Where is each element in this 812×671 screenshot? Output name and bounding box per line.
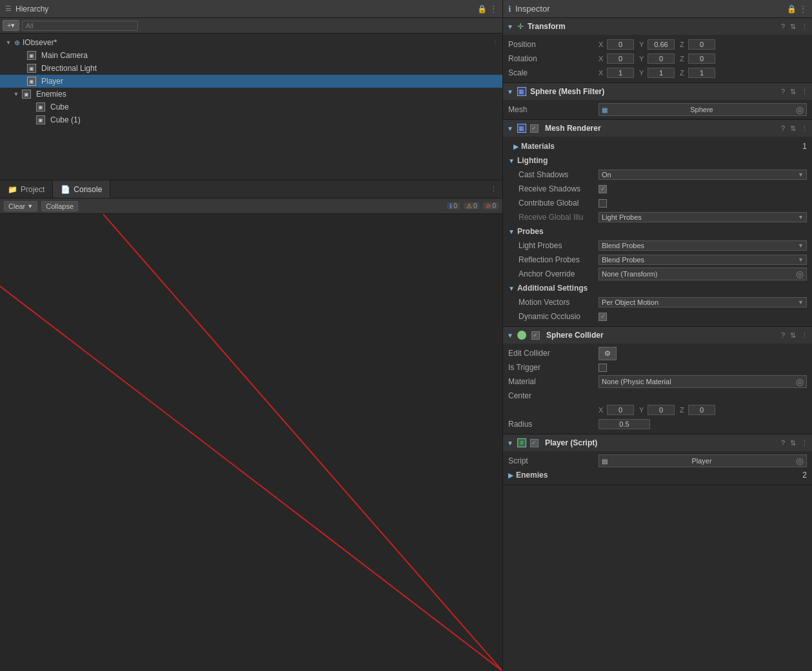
info-count: 0 [453, 202, 457, 209]
light-probes-label: Light Probes [508, 241, 599, 250]
collapse-button[interactable]: Collapse [41, 201, 78, 211]
tab-console[interactable]: 📄 Console [53, 180, 110, 198]
receive-global-value: Light Probes [602, 213, 642, 221]
hierarchy-lock-icon[interactable]: 🔒 [477, 5, 487, 14]
player-script-more-icon[interactable]: ⋮ [801, 439, 808, 447]
camera-cube-icon: ▣ [27, 51, 36, 60]
center-x-input[interactable] [607, 405, 634, 415]
dynamic-occlusion-checkbox[interactable] [599, 313, 607, 321]
additional-settings-section: ▼ Additional Settings [503, 281, 812, 295]
mesh-renderer-more-icon[interactable]: ⋮ [801, 124, 808, 133]
pos-y-label: Y [639, 41, 646, 48]
materials-section[interactable]: ▶ Materials [508, 139, 802, 153]
mesh-renderer-title: Mesh Renderer [545, 124, 601, 133]
inspector-scroll[interactable]: ▼ ✛ Transform ? ⇅ ⋮ Position [503, 18, 812, 671]
transform-header[interactable]: ▼ ✛ Transform ? ⇅ ⋮ [503, 18, 812, 35]
mesh-renderer-header[interactable]: ▼ ▦ Mesh Renderer ? ⇅ ⋮ [503, 120, 812, 137]
motion-vectors-dropdown[interactable]: Per Object Motion ▼ [599, 297, 807, 307]
player-script-header[interactable]: ▼ # Player (Script) ? ⇅ ⋮ [503, 434, 812, 451]
pos-x-label: X [599, 41, 605, 48]
rotation-y-input[interactable] [648, 53, 675, 64]
sphere-collider-settings-icon[interactable]: ⇅ [790, 331, 796, 340]
mesh-filter-help-icon[interactable]: ? [781, 88, 785, 95]
radius-input[interactable] [599, 419, 650, 429]
anchor-override-dropdown[interactable]: None (Transform) ◎ [599, 267, 807, 280]
mesh-filter-header[interactable]: ▼ ▦ Sphere (Mesh Filter) ? ⇅ ⋮ [503, 83, 812, 100]
hierarchy-item-cube1[interactable]: ▣ Cube (1) [0, 113, 502, 126]
hierarchy-root-item[interactable]: ▼ ⊕ IObsever* ⋮ [0, 36, 502, 49]
rotation-z-input[interactable] [688, 53, 715, 64]
tab-project[interactable]: 📁 Project [0, 180, 53, 198]
center-z-label: Z [680, 406, 686, 414]
script-target[interactable]: ◎ [796, 456, 804, 466]
mesh-target-icon[interactable]: ◎ [796, 104, 804, 115]
scale-z-input[interactable] [688, 68, 715, 78]
sphere-collider-header[interactable]: ▼ Sphere Collider ? ⇅ ⋮ [503, 327, 812, 344]
mesh-filter-settings-icon[interactable]: ⇅ [790, 88, 796, 96]
clear-button[interactable]: Clear ▼ [4, 201, 37, 211]
anchor-override-target[interactable]: ◎ [796, 269, 804, 279]
transform-settings-icon[interactable]: ⇅ [790, 23, 796, 31]
inspector-lock-icon[interactable]: 🔒 [787, 5, 797, 14]
inspector-more-icon[interactable]: ⋮ [799, 5, 807, 14]
mesh-renderer-help-icon[interactable]: ? [781, 124, 785, 132]
hierarchy-add-button[interactable]: +▾ [3, 20, 19, 31]
radius-row: Radius [503, 417, 812, 431]
collider-material-dropdown[interactable]: None (Physic Material ◎ [599, 375, 807, 388]
reflection-probes-dropdown[interactable]: Blend Probes ▼ [599, 255, 807, 265]
center-y-label: Y [639, 406, 646, 414]
light-probes-dropdown[interactable]: Blend Probes ▼ [599, 240, 807, 251]
center-z-input[interactable] [688, 405, 715, 415]
cast-shadows-dropdown[interactable]: On ▼ [599, 170, 807, 180]
collider-material-value: None (Physic Material [602, 378, 671, 385]
mesh-filter-more-icon[interactable]: ⋮ [801, 88, 808, 96]
mesh-renderer-checkbox[interactable] [530, 124, 539, 133]
enemies-expand-icon: ▼ [13, 91, 19, 97]
script-dropdown[interactable]: ▤ Player ◎ [599, 454, 807, 467]
is-trigger-checkbox[interactable] [599, 364, 607, 372]
player-script-settings-icon[interactable]: ⇅ [790, 439, 796, 447]
sphere-collider-checkbox[interactable] [531, 331, 540, 340]
hierarchy-item-enemies[interactable]: ▼ ▣ Enemies [0, 88, 502, 101]
reflection-probes-value: Blend Probes [602, 256, 644, 264]
transform-body: Position X Y Z [503, 35, 812, 83]
receive-global-dropdown[interactable]: Light Probes ▼ [599, 212, 807, 222]
hierarchy-item-main-camera[interactable]: ▣ Main Camera [0, 49, 502, 62]
hierarchy-item-directional-light[interactable]: ▣ Directional Light [0, 62, 502, 75]
center-xyz: X Y Z [599, 405, 807, 415]
receive-shadows-checkbox[interactable] [599, 185, 607, 193]
transform-more-icon[interactable]: ⋮ [801, 23, 808, 31]
position-y-input[interactable] [648, 39, 675, 50]
materials-expand-icon: ▶ [513, 143, 519, 150]
enemies-section[interactable]: ▶ Enemies [508, 471, 802, 480]
mesh-value-dropdown[interactable]: ▦ Sphere ◎ [599, 103, 807, 116]
materials-count: 1 [802, 142, 807, 151]
root-item-more[interactable]: ⋮ [492, 39, 499, 46]
mesh-renderer-settings-icon[interactable]: ⇅ [790, 124, 796, 133]
contribute-global-checkbox[interactable] [599, 199, 607, 208]
scale-x-input[interactable] [607, 68, 634, 78]
hierarchy-item-cube[interactable]: ▣ Cube [0, 101, 502, 113]
hierarchy-search-input[interactable] [22, 21, 138, 31]
hierarchy-more-icon[interactable]: ⋮ [490, 5, 497, 14]
sphere-collider-help-icon[interactable]: ? [781, 331, 785, 339]
player-script-checkbox[interactable] [530, 439, 539, 447]
rotation-x-input[interactable] [607, 53, 634, 64]
scale-z-label: Z [680, 69, 686, 77]
position-x-input[interactable] [607, 39, 634, 50]
edit-collider-button[interactable]: ⚙ [599, 347, 617, 360]
hierarchy-item-player[interactable]: ▣ Player [0, 75, 502, 88]
script-file-icon: ▤ [602, 458, 608, 465]
sphere-collider-more-icon[interactable]: ⋮ [801, 331, 808, 340]
position-y-field: Y [639, 39, 675, 50]
mesh-filter-expand-icon: ▼ [507, 88, 513, 95]
collider-material-target[interactable]: ◎ [796, 376, 804, 387]
rotation-y-field: Y [639, 53, 675, 64]
cube-icon: ▣ [36, 102, 45, 112]
center-y-input[interactable] [648, 405, 675, 415]
scale-y-input[interactable] [648, 68, 675, 78]
position-z-input[interactable] [688, 39, 715, 50]
console-more-icon[interactable]: ⋮ [490, 185, 497, 193]
transform-help-icon[interactable]: ? [781, 23, 785, 30]
player-script-help-icon[interactable]: ? [781, 439, 785, 447]
